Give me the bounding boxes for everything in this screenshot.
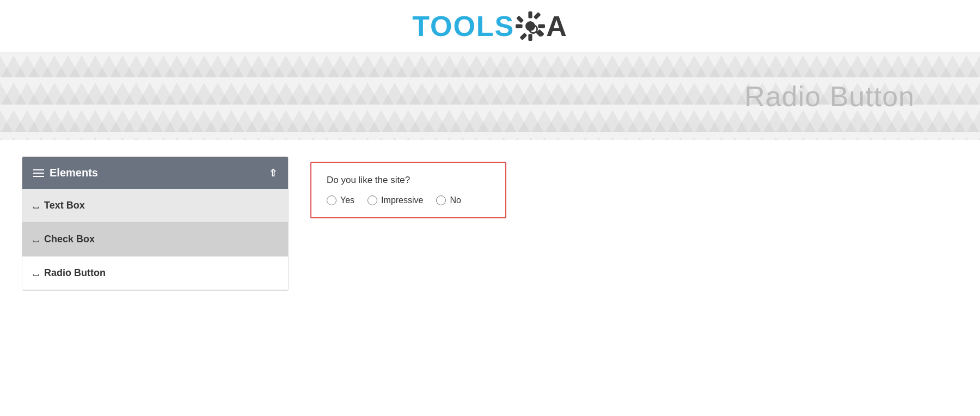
radio-question: Do you like the site?: [327, 175, 490, 186]
sidebar-item-radiobutton[interactable]: ⎵ Radio Button: [22, 256, 288, 290]
radio-box: Do you like the site? Yes Impressive No: [310, 162, 506, 218]
main-content: Elements ⇧ ⎵ Text Box ⎵ Check Box ⎵ Radi…: [0, 140, 980, 307]
logo: TOOLS A: [412, 10, 568, 42]
radio-label-impressive: Impressive: [381, 195, 423, 205]
header: TOOLS A: [0, 0, 980, 53]
banner: Radio Button: [0, 53, 980, 140]
logo-tools-text: TOOLS: [412, 10, 514, 42]
gear-icon: [516, 11, 545, 41]
svg-rect-7: [516, 15, 524, 23]
radio-option-impressive[interactable]: Impressive: [367, 195, 423, 205]
svg-rect-1: [529, 11, 532, 19]
radio-input-no[interactable]: [436, 195, 446, 205]
sidebar: Elements ⇧ ⎵ Text Box ⎵ Check Box ⎵ Radi…: [22, 156, 289, 291]
sidebar-header-left: Elements: [33, 167, 98, 179]
sidebar-header: Elements ⇧: [22, 157, 288, 189]
radio-label-yes: Yes: [340, 195, 354, 205]
svg-rect-2: [529, 34, 532, 41]
radio-input-yes[interactable]: [327, 195, 336, 205]
radio-option-yes[interactable]: Yes: [327, 195, 354, 205]
banner-title: Radio Button: [744, 80, 915, 113]
radio-section: Do you like the site? Yes Impressive No: [310, 162, 958, 218]
sidebar-item-radiobutton-label: Radio Button: [44, 267, 106, 279]
hamburger-icon: [33, 169, 44, 177]
radio-input-impressive[interactable]: [367, 195, 377, 205]
textbox-icon: ⎵: [33, 201, 39, 211]
svg-rect-3: [516, 24, 523, 28]
radio-label-no: No: [450, 195, 461, 205]
sidebar-item-checkbox-label: Check Box: [44, 234, 95, 245]
svg-rect-6: [520, 33, 528, 40]
sidebar-item-textbox[interactable]: ⎵ Text Box: [22, 189, 288, 223]
upload-icon[interactable]: ⇧: [269, 167, 277, 179]
sidebar-item-textbox-label: Text Box: [44, 200, 85, 211]
radio-option-no[interactable]: No: [436, 195, 461, 205]
radio-options: Yes Impressive No: [327, 195, 490, 205]
svg-rect-4: [538, 24, 546, 28]
svg-rect-5: [534, 12, 541, 20]
sidebar-header-label: Elements: [50, 167, 98, 179]
checkbox-icon: ⎵: [33, 235, 39, 244]
logo-qa-text: A: [546, 10, 568, 42]
sidebar-item-checkbox[interactable]: ⎵ Check Box: [22, 223, 288, 256]
radiobutton-icon: ⎵: [33, 268, 39, 278]
